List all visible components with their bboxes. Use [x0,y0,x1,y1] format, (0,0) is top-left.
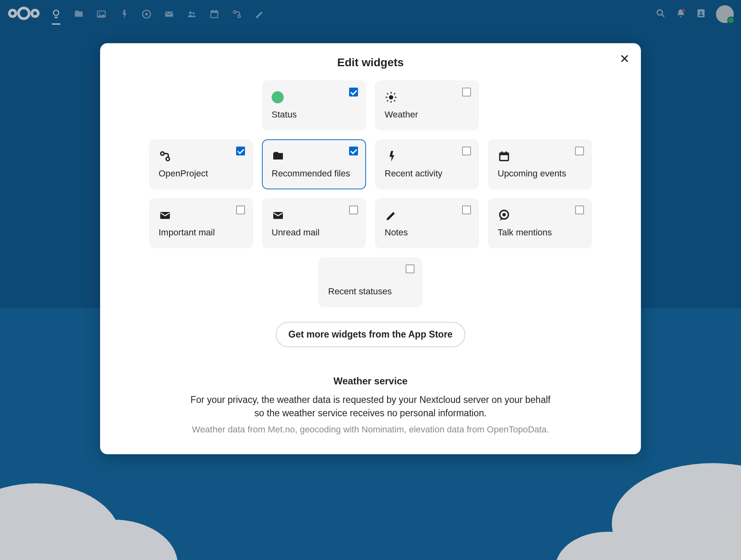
widget-card-important-mail[interactable]: Important mail [149,198,253,248]
weather-service-description: For your privacy, the weather data is re… [189,393,552,420]
widget-card-recent-statuses[interactable]: Recent statuses [318,257,423,307]
widget-grid: Status Weather OpenProject Recomme [136,80,605,307]
svg-line-29 [394,93,395,94]
svg-rect-35 [505,151,507,154]
svg-line-28 [387,100,388,101]
folder-icon [272,150,285,163]
modal-title: Edit widgets [116,56,625,69]
close-button[interactable]: ✕ [620,53,630,65]
widget-label: Recent statuses [328,286,413,297]
calendar-icon [498,150,511,163]
edit-widgets-modal: ✕ Edit widgets Status Weather O [100,43,641,454]
widget-card-notes[interactable]: Notes [375,198,479,248]
mail-icon [272,209,285,222]
checkbox-important-mail[interactable] [236,206,245,214]
sun-icon [385,91,398,104]
checkbox-weather[interactable] [462,88,471,96]
widget-label: Important mail [159,227,243,238]
checkbox-openproject[interactable] [236,147,245,155]
widget-card-unread-mail[interactable]: Unread mail [262,198,366,248]
checkbox-talk-mentions[interactable] [575,206,584,214]
weather-service-credits: Weather data from Met.no, geocoding with… [189,424,552,435]
checkbox-status[interactable] [349,88,358,96]
svg-rect-34 [501,151,502,154]
widget-label: Status [272,109,356,120]
moon-icon [328,268,341,281]
widget-card-openproject[interactable]: OpenProject [149,139,253,189]
widget-card-weather[interactable]: Weather [375,80,479,130]
mail-icon [159,209,172,222]
checkbox-recent-activity[interactable] [462,147,471,155]
weather-service-title: Weather service [116,375,625,387]
widget-label: OpenProject [159,168,243,179]
widget-label: Talk mentions [498,227,582,238]
widget-card-upcoming-events[interactable]: Upcoming events [488,139,592,189]
pencil-icon [385,209,398,222]
svg-point-30 [161,152,164,155]
more-widgets-button[interactable]: Get more widgets from the App Store [276,322,466,347]
widget-label: Weather [385,109,469,120]
svg-point-39 [502,213,506,216]
widget-label: Recommended files [272,168,356,179]
widget-label: Unread mail [272,227,356,238]
widget-card-talk-mentions[interactable]: Talk mentions [488,198,592,248]
widget-label: Recent activity [385,168,469,179]
checkbox-unread-mail[interactable] [349,206,358,214]
checkbox-recent-statuses[interactable] [406,264,414,273]
widget-label: Notes [385,227,469,238]
svg-rect-33 [500,153,508,155]
svg-line-27 [394,100,395,101]
checkbox-recommended[interactable] [349,147,358,155]
widget-card-status[interactable]: Status [262,80,366,130]
checkbox-upcoming-events[interactable] [575,147,584,155]
talk-icon [498,209,511,222]
widget-card-recommended[interactable]: Recommended files [262,139,366,189]
widget-label: Upcoming events [498,168,582,179]
svg-point-21 [389,95,394,100]
checkbox-notes[interactable] [462,206,471,214]
svg-point-31 [166,157,170,161]
openproject-icon [159,150,172,163]
svg-line-26 [387,93,388,94]
status-online-icon [272,91,284,103]
lightning-icon [385,150,398,163]
widget-card-recent-activity[interactable]: Recent activity [375,139,479,189]
